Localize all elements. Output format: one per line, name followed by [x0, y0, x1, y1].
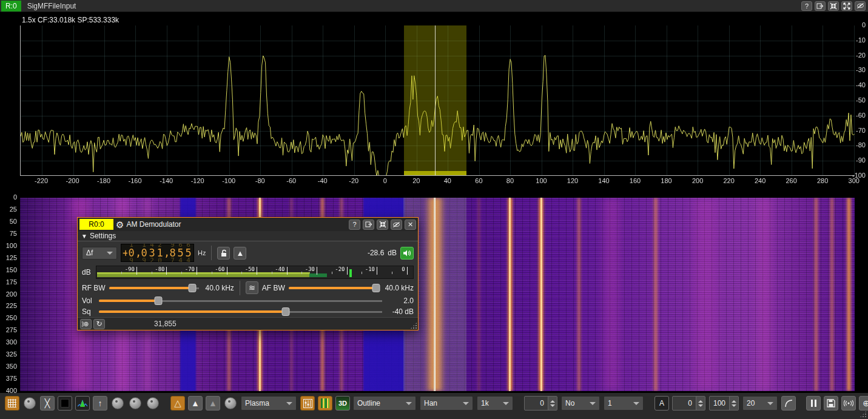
lock-icon[interactable] [217, 247, 230, 260]
waterfall-y-tick: 0 [0, 193, 17, 201]
volume-slider-handle[interactable] [155, 297, 163, 305]
histogram-toggle-icon[interactable] [318, 396, 332, 411]
freeze-icon[interactable] [806, 396, 821, 411]
waterfall-toggle-icon[interactable] [300, 396, 315, 411]
dial-digit[interactable]: 120 [156, 244, 164, 262]
meter-minor-tick [392, 272, 392, 274]
dial-digit[interactable]: 019 [127, 244, 135, 262]
ref-level-spinner[interactable]: 0 [672, 396, 705, 411]
grid-intensity-knob[interactable] [24, 397, 36, 409]
averaging-select[interactable]: 1 [604, 396, 644, 411]
audio-mute-icon[interactable] [400, 247, 414, 260]
dialog-hide-icon[interactable] [391, 220, 402, 230]
move-workspace-icon[interactable] [815, 1, 826, 11]
af-filter-icon[interactable]: ≋ [246, 281, 258, 294]
spectrum-x-tick: 80 [506, 177, 514, 184]
meter-minor-tick [301, 272, 302, 274]
mode-select[interactable]: Δf [82, 247, 117, 260]
af-bw-slider[interactable] [289, 284, 378, 292]
decay-divisor-knob[interactable] [129, 397, 141, 409]
dialog-help-icon[interactable]: ? [349, 220, 360, 230]
dial-digit-below: 0 [156, 258, 164, 262]
shrink-window-icon[interactable] [828, 1, 839, 11]
spinner-arrows[interactable] [729, 397, 738, 410]
dial-digit-below: 4 [184, 258, 192, 262]
spectrum-panel: 1.5x CF:33.018k SP:533.333k 0-10-20-30-4… [0, 12, 868, 198]
autoscale-button[interactable]: A [654, 396, 669, 411]
spinner-arrows[interactable] [696, 397, 705, 410]
spinner-arrows[interactable] [548, 397, 557, 410]
hide-window-icon[interactable] [855, 1, 866, 11]
dial-digit[interactable]: 342 [148, 244, 156, 262]
max-trace-icon[interactable]: ▲ [206, 396, 220, 411]
rf-bw-slider-handle[interactable] [189, 284, 197, 292]
spectrum-style-select[interactable]: Outline [353, 396, 416, 411]
pause-glyph [811, 400, 816, 407]
marker-crosshair-icon[interactable]: ⊕ [859, 396, 868, 411]
spectrum-x-tick: 240 [755, 177, 765, 184]
dialog-titlebar[interactable]: R0:0 ⚙ AM Demodulator ? ✕ [78, 218, 418, 231]
center-frequency-icon[interactable] [80, 319, 92, 329]
dialog-move-workspace-icon[interactable] [363, 220, 374, 230]
dialog-close-icon[interactable]: ✕ [405, 220, 416, 230]
background-color-icon[interactable] [58, 396, 72, 411]
volume-slider[interactable] [99, 297, 382, 305]
shift-frequency-icon[interactable]: ↻ [93, 319, 105, 329]
range-spinner[interactable]: 100 [709, 396, 739, 411]
gear-icon[interactable]: ⚙ [116, 220, 124, 229]
squelch-value: -40 dB [386, 307, 414, 316]
log-scale-icon[interactable] [781, 396, 796, 411]
grid-toggle-icon[interactable] [5, 396, 19, 411]
levels-select[interactable]: 20 [742, 396, 778, 411]
calibration-icon[interactable] [841, 396, 856, 411]
reset-spectrum-icon[interactable]: ╳ [40, 396, 55, 411]
dialog-title: AM Demodulator [126, 220, 346, 229]
channel-power: -28.6 dB [368, 247, 414, 260]
channel-power-unit: dB [388, 249, 397, 257]
settings-rollup[interactable]: ▼ Settings [78, 231, 418, 241]
device-window-titlebar[interactable]: R:0 SigMFFileInput ? [0, 0, 868, 12]
decay-knob[interactable] [112, 397, 124, 409]
meter-tick-label: -20 [327, 266, 345, 272]
squelch-slider-handle[interactable] [282, 307, 290, 316]
rf-bw-slider[interactable] [109, 284, 199, 292]
peak-marker-icon[interactable]: ▲ [234, 247, 246, 260]
spectrum-x-tick: 40 [444, 177, 451, 184]
dial-digit[interactable]: 564 [177, 244, 184, 262]
spectrum-plot[interactable] [20, 25, 855, 176]
dial-digit[interactable]: 019 [140, 244, 148, 262]
waterfall-y-tick: 300 [0, 338, 17, 346]
help-icon[interactable]: ? [801, 1, 812, 11]
meter-tick-label: -10 [357, 266, 375, 272]
dialog-resize-grip[interactable] [410, 322, 417, 329]
squelch-slider[interactable] [99, 307, 382, 316]
current-trace-icon[interactable]: △ [170, 396, 185, 411]
waterfall-y-tick: 100 [0, 242, 17, 249]
fft-offset-spinner[interactable]: 0 [524, 396, 557, 411]
dial-digit[interactable]: 564 [184, 244, 192, 262]
averaging-knob[interactable] [224, 397, 237, 409]
fft-size-select[interactable]: 1k [477, 396, 513, 411]
meter-tick-label: -80 [146, 266, 164, 272]
spectrum-y-tick: -40 [848, 81, 866, 89]
fft-window-select[interactable]: Han [420, 396, 473, 411]
average-trace-icon[interactable]: ▲ [188, 396, 203, 411]
colormap-select[interactable]: Plasma [241, 396, 297, 411]
max-hold-icon[interactable]: ↑ [93, 396, 107, 411]
3d-spectrogram-icon[interactable]: 3D [335, 396, 350, 411]
histogram-style-icon[interactable] [75, 396, 90, 411]
dialog-shrink-icon[interactable] [377, 220, 388, 230]
af-bw-slider-handle[interactable] [372, 284, 380, 292]
meter-minor-tick [212, 272, 212, 274]
stroke-decay-knob[interactable] [147, 397, 159, 409]
dial-digit[interactable]: 897 [169, 244, 177, 262]
expand-window-icon[interactable] [841, 1, 852, 11]
save-spectrum-icon[interactable] [824, 396, 838, 411]
spectrum-x-tick: -20 [349, 177, 358, 184]
decimation-select[interactable]: No [561, 396, 600, 411]
levels-value: 20 [747, 399, 755, 407]
waterfall-y-tick: 25 [0, 206, 17, 213]
frequency-dial[interactable]: +019,019342120,897564564 [121, 244, 194, 262]
dial-digit-above: 9 [169, 244, 177, 248]
dial-separator: , [164, 244, 169, 262]
